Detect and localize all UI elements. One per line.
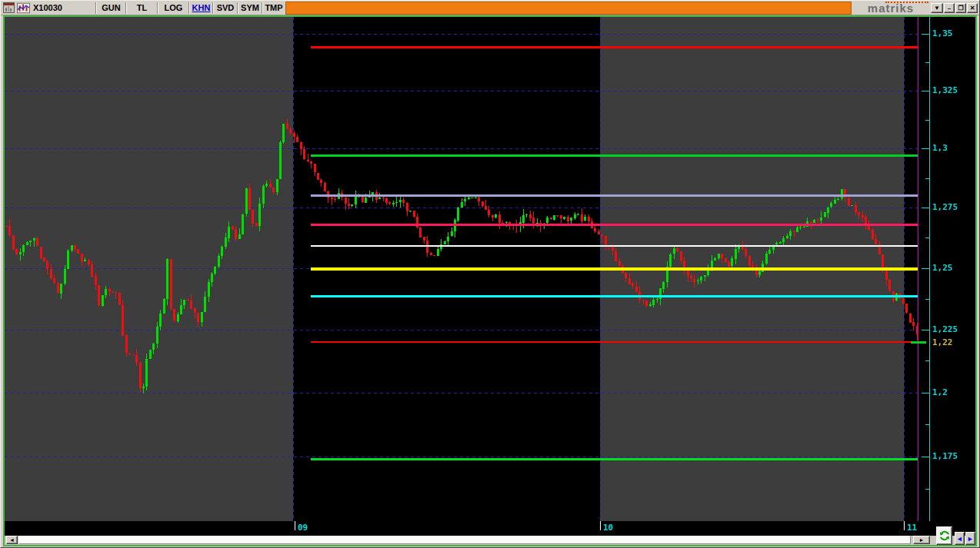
x-axis-strip: 091011 bbox=[5, 521, 975, 536]
toolbar-separator bbox=[237, 2, 238, 14]
toolbar-separator bbox=[157, 2, 158, 14]
toolbar-button-gun[interactable]: GUN bbox=[98, 2, 125, 14]
toolbar-button-tmp[interactable]: TMP bbox=[264, 2, 284, 14]
y-axis-label: 1,2 bbox=[932, 388, 948, 397]
restore-button[interactable]: ❐ bbox=[955, 3, 966, 13]
toolbar-separator bbox=[212, 2, 214, 14]
x-axis-tick bbox=[904, 521, 905, 530]
chart-client-area: 1,351,3251,31,2751,251,2251,21,1751,22 0… bbox=[3, 15, 977, 546]
logo-dotted-line bbox=[885, 2, 928, 3]
scrollbar-left-button[interactable]: ◄ bbox=[6, 536, 18, 544]
toolbar-button-khn[interactable]: KHN bbox=[191, 2, 212, 14]
page-prev-button[interactable]: ◄ bbox=[955, 532, 965, 545]
chart-icon bbox=[17, 2, 30, 14]
y-axis-label: 1,175 bbox=[932, 452, 958, 461]
window-icon bbox=[3, 2, 15, 13]
chart-window: X10030 GUN TL LOG KHN SVD SYM TMP matrik… bbox=[0, 0, 980, 548]
toolbar-button-svd[interactable]: SVD bbox=[215, 2, 236, 14]
symbol-title: X10030 bbox=[33, 3, 95, 12]
left-arrow-icon: ◄ bbox=[9, 537, 15, 543]
last-price-label: 1,22 bbox=[932, 338, 953, 347]
y-axis-label: 1,25 bbox=[932, 264, 953, 273]
scrollbar-thumb[interactable] bbox=[18, 536, 911, 544]
y-axis-label: 1,3 bbox=[932, 144, 948, 153]
matriks-logo: matriks bbox=[852, 1, 930, 15]
x-axis-tick bbox=[295, 521, 295, 530]
window-chart-icon[interactable] bbox=[2, 2, 15, 14]
next-icon: ► bbox=[967, 535, 974, 543]
refresh-icon bbox=[938, 530, 951, 542]
toolbar-button-log[interactable]: LOG bbox=[159, 2, 188, 14]
minimize-button[interactable]: – bbox=[944, 3, 955, 13]
page-next-button[interactable]: ► bbox=[965, 532, 975, 545]
y-axis-label: 1,35 bbox=[932, 29, 953, 38]
titlebar: X10030 GUN TL LOG KHN SVD SYM TMP matrik… bbox=[1, 1, 979, 15]
toolbar-button-sym[interactable]: SYM bbox=[239, 2, 261, 14]
toolbar-separator bbox=[262, 2, 263, 14]
toolbar-separator bbox=[125, 2, 127, 14]
x-axis-label: 10 bbox=[603, 523, 613, 533]
y-axis-label: 1,325 bbox=[932, 86, 958, 95]
x-axis-label: 11 bbox=[907, 523, 917, 533]
candlestick-chart[interactable] bbox=[5, 17, 975, 521]
x-axis-label: 09 bbox=[298, 523, 308, 533]
close-button[interactable]: ✕ bbox=[967, 3, 978, 13]
toolbar-button-tl[interactable]: TL bbox=[128, 2, 156, 14]
chart-nav-controls: ◄ ► bbox=[936, 522, 975, 545]
logo-text: matriks bbox=[868, 4, 914, 13]
horizontal-scrollbar[interactable]: ◄ ► bbox=[5, 536, 975, 545]
refresh-button[interactable] bbox=[936, 526, 952, 545]
x-axis-tick bbox=[600, 521, 601, 530]
chart-plot-area: 1,351,3251,31,2751,251,2251,21,1751,22 bbox=[5, 17, 975, 521]
y-axis-label: 1,225 bbox=[932, 325, 958, 334]
candlestick-chart-icon[interactable] bbox=[17, 2, 30, 14]
right-arrow-icon: ► bbox=[919, 537, 925, 543]
toolbar-separator bbox=[95, 2, 97, 14]
y-axis-label: 1,275 bbox=[932, 203, 958, 212]
scrollbar-right-button[interactable]: ► bbox=[913, 536, 930, 544]
prev-icon: ◄ bbox=[956, 535, 963, 543]
toolbar-orange-strip bbox=[285, 2, 852, 15]
window-menu-button[interactable]: ▼ bbox=[931, 3, 943, 13]
toolbar-separator bbox=[188, 2, 190, 14]
